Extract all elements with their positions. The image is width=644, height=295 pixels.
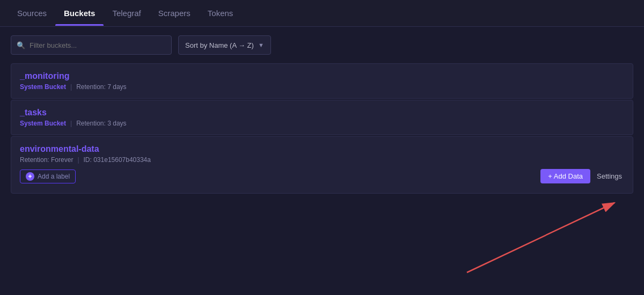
retention-label: Retention: 7 days (76, 83, 126, 91)
arrow-svg (0, 195, 644, 281)
right-actions: + Add Data Settings (540, 169, 624, 183)
arrow-annotation (0, 195, 644, 281)
bucket-id: ID: 031e15607b40334a (84, 156, 151, 164)
system-bucket-label: System Bucket (20, 83, 66, 91)
bucket-row-envdata: environmental-data Retention: Forever | … (11, 136, 633, 194)
bucket-name-tasks[interactable]: _tasks (20, 108, 624, 117)
bucket-name-envdata[interactable]: environmental-data (20, 144, 624, 154)
bucket-row-tasks: _tasks System Bucket | Retention: 3 days (11, 100, 633, 135)
search-icon: 🔍 (17, 41, 25, 49)
tab-scrapers[interactable]: Scrapers (150, 1, 199, 25)
add-data-button[interactable]: + Add Data (540, 169, 590, 183)
tab-sources[interactable]: Sources (9, 1, 55, 25)
bucket-meta-tasks: System Bucket | Retention: 3 days (20, 120, 624, 127)
bucket-meta-envdata: Retention: Forever | ID: 031e15607b40334… (20, 156, 624, 164)
retention-label-tasks: Retention: 3 days (76, 120, 126, 127)
tab-buckets[interactable]: Buckets (55, 1, 104, 25)
settings-button[interactable]: Settings (595, 170, 624, 182)
bucket-name-monitoring[interactable]: _monitoring (20, 71, 624, 81)
svg-line-1 (467, 203, 614, 272)
retention-forever: Retention: Forever (20, 156, 73, 164)
add-label-button[interactable]: + Add a label (20, 169, 76, 183)
sort-dropdown[interactable]: Sort by Name (A → Z) ▼ (178, 35, 271, 55)
tab-tokens[interactable]: Tokens (199, 1, 242, 25)
system-bucket-label-tasks: System Bucket (20, 120, 66, 127)
sort-label: Sort by Name (A → Z) (185, 41, 254, 49)
bucket-meta-monitoring: System Bucket | Retention: 7 days (20, 83, 624, 91)
toolbar: 🔍 Sort by Name (A → Z) ▼ (0, 27, 644, 63)
add-label-text: Add a label (38, 173, 70, 180)
buckets-list: _monitoring System Bucket | Retention: 7… (0, 63, 644, 194)
bucket-actions: + Add a label + Add Data Settings (20, 169, 624, 183)
plus-circle-icon: + (26, 172, 34, 181)
search-input[interactable] (30, 41, 166, 49)
bucket-row-monitoring: _monitoring System Bucket | Retention: 7… (11, 63, 633, 99)
search-box: 🔍 (11, 35, 172, 55)
tab-telegraf[interactable]: Telegraf (104, 1, 149, 25)
nav-bar: Sources Buckets Telegraf Scrapers Tokens (0, 0, 644, 27)
chevron-down-icon: ▼ (258, 42, 264, 48)
